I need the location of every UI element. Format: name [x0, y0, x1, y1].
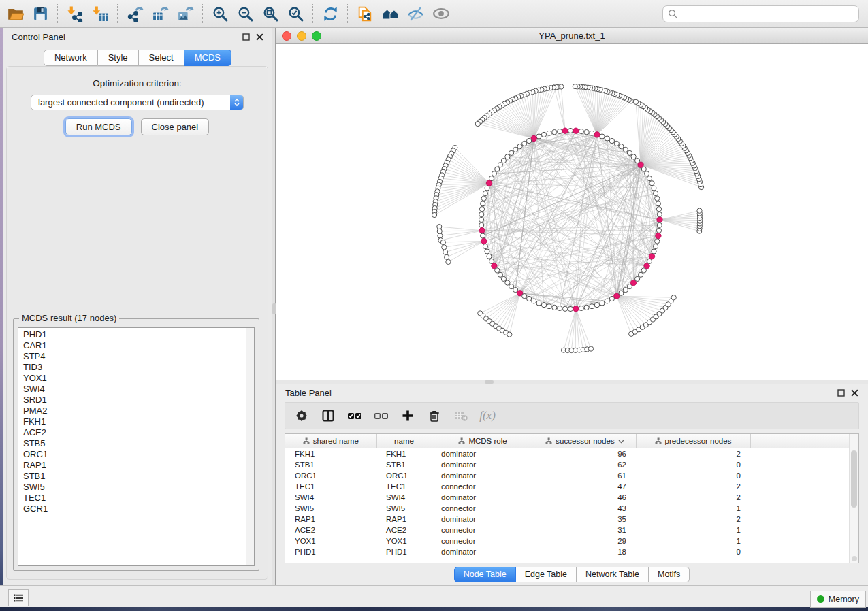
mcds-result-item[interactable]: TEC1	[18, 493, 254, 503]
export-image-icon	[177, 5, 194, 22]
delete-table-button[interactable]	[453, 408, 468, 423]
node-table: shared name name MCDS role successor nod…	[285, 434, 850, 557]
column-header-predecessor-nodes[interactable]: predecessor nodes	[636, 434, 750, 448]
select-all-button[interactable]	[347, 408, 362, 423]
zoom-selected-button[interactable]	[283, 2, 308, 25]
minimize-window-icon[interactable]	[297, 31, 306, 41]
splitter-grip[interactable]	[485, 380, 494, 384]
mcds-result-item[interactable]: GCR1	[18, 503, 254, 514]
run-mcds-button[interactable]: Run MCDS	[65, 118, 132, 135]
hide-graphics-button[interactable]	[403, 2, 428, 25]
close-panel-icon[interactable]	[256, 33, 263, 41]
tab-node-table[interactable]: Node Table	[454, 567, 516, 582]
close-window-icon[interactable]	[282, 31, 291, 41]
table-row[interactable]: SWI4SWI4dominator462	[285, 492, 850, 503]
export-table-icon	[152, 5, 169, 22]
dropdown-stepper[interactable]	[230, 95, 243, 110]
tab-edge-table[interactable]: Edge Table	[516, 567, 577, 582]
main-toolbar	[0, 0, 868, 28]
mcds-result-item[interactable]: RAP1	[18, 460, 254, 471]
mcds-result-item[interactable]: YOX1	[18, 373, 254, 384]
close-panel-button[interactable]: Close panel	[141, 118, 210, 135]
refresh-button[interactable]	[318, 2, 343, 25]
tab-network[interactable]: Network	[44, 50, 98, 66]
close-panel-icon[interactable]	[851, 389, 858, 397]
save-session-button[interactable]	[28, 2, 53, 25]
create-column-button[interactable]	[400, 408, 415, 423]
float-panel-icon[interactable]	[242, 33, 250, 41]
mcds-result-item[interactable]: PMA2	[18, 406, 254, 416]
delete-column-button[interactable]	[427, 408, 442, 423]
table-toolbar: f(x)	[285, 402, 859, 429]
tab-mcds[interactable]: MCDS	[184, 50, 231, 66]
tab-style[interactable]: Style	[98, 50, 139, 66]
clone-network-button[interactable]	[353, 2, 378, 25]
mcds-result-item[interactable]: ORC1	[18, 449, 254, 460]
mcds-result-item[interactable]: SRD1	[18, 395, 254, 406]
import-network-button[interactable]	[63, 2, 88, 25]
export-image-button[interactable]	[173, 2, 198, 25]
zoom-fit-button[interactable]	[258, 2, 283, 25]
table-row[interactable]: STB1STB1dominator620	[285, 459, 850, 470]
mcds-result-item[interactable]: FKH1	[18, 416, 254, 427]
optimization-criterion-dropdown[interactable]: largest connected component (undirected)	[31, 95, 244, 110]
mcds-result-item[interactable]: SWI4	[18, 384, 254, 395]
mcds-result-list[interactable]: PHD1CAR1STP4TID3YOX1SWI4SRD1PMA2FKH1ACE2…	[18, 327, 255, 566]
show-graphics-button[interactable]	[428, 2, 453, 25]
function-builder-button[interactable]: f(x)	[480, 408, 495, 423]
table-row[interactable]: FKH1FKH1dominator962	[285, 448, 850, 460]
status-bar: Memory	[0, 585, 868, 607]
table-scrollbar[interactable]	[849, 434, 858, 563]
tab-network-table[interactable]: Network Table	[577, 567, 649, 582]
show-columns-button[interactable]	[321, 408, 336, 423]
column-header-shared-name[interactable]: shared name	[285, 434, 376, 448]
column-header-successor-nodes[interactable]: successor nodes	[534, 434, 636, 448]
mcds-list-scrollbar[interactable]	[246, 328, 254, 565]
mcds-result-item[interactable]: CAR1	[18, 340, 254, 351]
column-header-mcds-role[interactable]: MCDS role	[432, 434, 534, 448]
zoom-out-button[interactable]	[233, 2, 258, 25]
table-panel: Table Panel f(x) shared name name	[276, 384, 868, 585]
export-table-button[interactable]	[148, 2, 173, 25]
export-network-icon	[127, 5, 144, 22]
horizontal-splitter[interactable]	[276, 380, 868, 384]
hierarchy-icon	[655, 437, 662, 444]
memory-button[interactable]: Memory	[810, 591, 866, 608]
mcds-result-item[interactable]: STP4	[18, 351, 254, 362]
mcds-result-item[interactable]: STB1	[18, 471, 254, 482]
mcds-result-item[interactable]: SWI5	[18, 482, 254, 493]
open-session-button[interactable]	[3, 2, 28, 25]
trash-icon	[428, 409, 441, 423]
maximize-window-icon[interactable]	[312, 31, 321, 41]
mcds-result-item[interactable]: ACE2	[18, 427, 254, 438]
table-row[interactable]: ORC1ORC1dominator610	[285, 470, 850, 481]
export-network-button[interactable]	[123, 2, 148, 25]
float-panel-icon[interactable]	[837, 389, 845, 397]
search-input[interactable]	[681, 7, 858, 22]
table-row[interactable]: RAP1RAP1dominator352	[285, 514, 850, 525]
network-window-titlebar[interactable]: YPA_prune.txt_1	[276, 28, 868, 44]
column-header-name[interactable]: name	[376, 434, 432, 448]
mcds-result-item[interactable]: PHD1	[18, 329, 254, 340]
table-scrollbar-thumb[interactable]	[851, 450, 857, 508]
show-panels-button[interactable]	[8, 589, 29, 606]
import-table-button[interactable]	[88, 2, 113, 25]
table-row[interactable]: YOX1YOX1connector291	[285, 535, 850, 546]
tab-select[interactable]: Select	[139, 50, 184, 66]
tab-motifs[interactable]: Motifs	[649, 567, 690, 582]
zoom-in-button[interactable]	[208, 2, 233, 25]
mcds-result-item[interactable]: TID3	[18, 362, 254, 373]
deselect-all-button[interactable]	[374, 408, 389, 423]
network-canvas[interactable]	[276, 44, 868, 380]
table-row[interactable]: SWI5SWI5connector431	[285, 503, 850, 514]
mcds-result-item[interactable]: STB5	[18, 438, 254, 449]
table-row[interactable]: TEC1TEC1connector472	[285, 481, 850, 492]
table-settings-button[interactable]	[294, 408, 309, 423]
import-table-icon	[92, 5, 109, 22]
column-header-filler	[750, 434, 850, 448]
network-overview-button[interactable]	[378, 2, 403, 25]
search-box[interactable]	[662, 5, 859, 22]
table-row[interactable]: PHD1PHD1dominator180	[285, 546, 850, 557]
table-row[interactable]: ACE2ACE2connector311	[285, 525, 850, 535]
zoom-fit-icon	[262, 5, 279, 22]
